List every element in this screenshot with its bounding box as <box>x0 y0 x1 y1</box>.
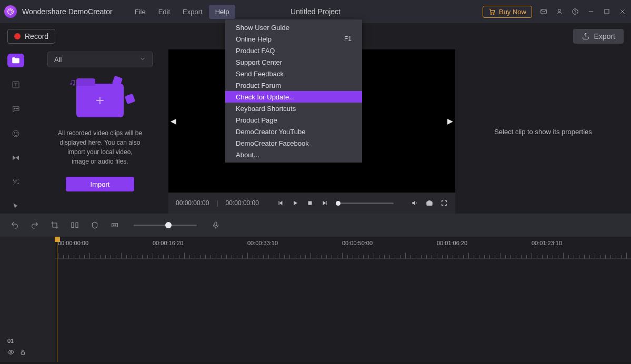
scrub-slider[interactable] <box>336 203 394 204</box>
menu-help[interactable]: Help <box>209 5 236 19</box>
project-title: Untitled Project <box>291 7 340 16</box>
menu-export[interactable]: Export <box>176 5 209 19</box>
help-item-label: Product Page <box>236 116 277 124</box>
titlebar-right: Buy Now <box>483 6 627 18</box>
buy-now-button[interactable]: Buy Now <box>483 6 532 18</box>
export-icon <box>582 32 590 41</box>
help-menu-item[interactable]: DemoCreator YouTube <box>225 126 362 137</box>
svg-point-1 <box>490 14 492 15</box>
import-button[interactable]: Import <box>66 177 134 191</box>
help-menu-item[interactable]: Send Feedback <box>225 68 362 79</box>
svg-rect-8 <box>605 9 609 14</box>
timeline-tracks[interactable]: 00:00:00:00 00:00:16:20 00:00:33:10 00:0… <box>55 237 631 362</box>
media-filter-dropdown[interactable]: All <box>47 52 153 67</box>
zoom-slider[interactable] <box>134 225 197 226</box>
next-frame-icon[interactable]: ▶ <box>447 117 453 125</box>
folder-icon: + <box>76 84 124 117</box>
help-item-label: Send Feedback <box>236 70 284 78</box>
help-menu-item[interactable]: Show User Guide <box>225 22 362 33</box>
svg-rect-20 <box>308 201 312 205</box>
menu-file[interactable]: File <box>128 5 152 19</box>
playhead[interactable] <box>57 237 57 362</box>
svg-point-16 <box>14 133 15 134</box>
skip-forward-icon[interactable] <box>321 199 328 207</box>
properties-placeholder: Select clip to show its properties <box>494 128 592 136</box>
rail-transition-icon[interactable] <box>7 151 24 165</box>
help-item-label: Product FAQ <box>236 47 275 55</box>
prev-frame-icon[interactable]: ◀ <box>171 117 176 125</box>
help-menu-item[interactable]: DemoCreator Facebook <box>225 137 362 149</box>
fullscreen-icon[interactable] <box>440 199 448 207</box>
split-icon[interactable] <box>71 221 79 229</box>
rail-text-icon[interactable] <box>7 78 24 92</box>
crop-icon[interactable] <box>51 221 59 229</box>
mic-icon[interactable] <box>212 221 220 229</box>
help-menu-item[interactable]: About... <box>225 149 362 160</box>
rail-caption-icon[interactable] <box>7 103 24 116</box>
close-icon[interactable] <box>618 7 627 16</box>
rail-effects-icon[interactable] <box>7 175 24 189</box>
buy-now-label: Buy Now <box>499 8 526 16</box>
maximize-icon[interactable] <box>603 7 611 16</box>
help-item-label: Check for Update... <box>236 93 295 101</box>
account-icon[interactable] <box>555 7 564 16</box>
timeline-gutter: 01 <box>0 237 55 362</box>
snapshot-icon[interactable] <box>426 199 433 207</box>
help-menu-item[interactable]: Product FAQ <box>225 45 362 56</box>
svg-point-17 <box>17 133 18 134</box>
help-icon[interactable] <box>571 7 579 16</box>
help-item-label: Support Center <box>236 58 282 66</box>
undo-icon[interactable] <box>11 221 19 229</box>
stop-icon[interactable] <box>306 199 314 207</box>
help-menu-item[interactable]: Keyboard Shortcuts <box>225 103 362 114</box>
timeline: 01 00:00:00:00 00:00:16:20 00:00:33:10 0… <box>0 237 631 362</box>
ruler-ticks <box>55 252 631 258</box>
svg-point-12 <box>14 108 15 109</box>
svg-point-13 <box>16 108 17 109</box>
lock-icon[interactable] <box>19 348 26 358</box>
export-button[interactable]: Export <box>573 29 624 44</box>
resize-icon[interactable] <box>111 221 119 229</box>
svg-rect-29 <box>21 352 25 355</box>
minimize-icon[interactable] <box>587 7 595 16</box>
help-menu-item[interactable]: Support Center <box>225 56 362 68</box>
help-item-label: Online Help <box>236 35 272 43</box>
svg-point-22 <box>428 203 430 205</box>
marker-icon[interactable] <box>91 221 99 229</box>
svg-point-28 <box>10 351 12 353</box>
skip-back-icon[interactable] <box>277 199 284 207</box>
svg-rect-26 <box>215 222 217 226</box>
help-menu-item[interactable]: Online HelpF1 <box>225 33 362 45</box>
visibility-icon[interactable] <box>7 348 14 358</box>
redo-icon[interactable] <box>31 221 39 229</box>
menu-edit[interactable]: Edit <box>152 5 176 19</box>
svg-rect-3 <box>541 9 547 14</box>
help-item-label: DemoCreator Facebook <box>236 139 309 147</box>
help-menu-item[interactable]: Product Forum <box>225 79 362 91</box>
help-item-label: Keyboard Shortcuts <box>236 105 296 113</box>
record-button[interactable]: Record <box>7 29 55 44</box>
time-current: 00:00:00:00 <box>176 199 209 207</box>
volume-icon[interactable] <box>411 199 418 207</box>
help-item-label: DemoCreator YouTube <box>236 128 306 136</box>
help-item-label: About... <box>236 151 259 159</box>
time-separator: | <box>216 199 218 207</box>
rail-sticker-icon[interactable] <box>7 127 24 140</box>
music-note-icon: ♫ <box>69 77 76 88</box>
svg-point-18 <box>13 179 14 180</box>
svg-rect-23 <box>72 223 74 227</box>
rail-cursor-icon[interactable] <box>7 200 24 214</box>
mail-icon[interactable] <box>539 7 548 16</box>
timeline-ruler[interactable]: 00:00:00:00 00:00:16:20 00:00:33:10 00:0… <box>55 237 631 259</box>
play-icon[interactable] <box>292 199 299 207</box>
svg-point-6 <box>575 13 576 14</box>
menu-bar: File Edit Export Help <box>128 5 236 19</box>
empty-media-text: All recorded video clips will be display… <box>54 128 146 166</box>
help-menu-item[interactable]: Check for Update... <box>225 91 362 103</box>
help-menu-item[interactable]: Product Page <box>225 114 362 126</box>
track-number: 01 <box>7 338 26 344</box>
record-dot-icon <box>14 33 21 39</box>
media-panel: All ♫ + All recorded video clips will be… <box>32 49 168 214</box>
rail-media-icon[interactable] <box>7 54 24 67</box>
svg-point-15 <box>13 130 19 137</box>
